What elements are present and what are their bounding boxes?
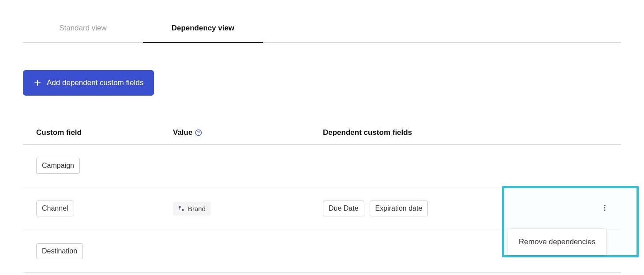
header-dependent: Dependent custom fields [323, 128, 621, 137]
tab-standard-view[interactable]: Standard view [23, 18, 143, 42]
table-header-row: Custom field Value Dependent custom fiel… [23, 123, 621, 145]
plus-icon [34, 79, 41, 87]
dependent-field-tag[interactable]: Due Date [323, 201, 364, 216]
tab-dependency-view[interactable]: Dependency view [143, 18, 263, 42]
table-row: Campaign [23, 145, 621, 187]
more-vertical-icon [601, 204, 609, 212]
add-button-label: Add dependent custom fields [47, 78, 143, 87]
row-actions-menu: Remove dependencies [508, 229, 606, 255]
custom-field-tag[interactable]: Destination [36, 243, 83, 259]
table-row: Channel Brand Due Date Expiration date [23, 187, 621, 230]
dependent-field-tag[interactable]: Expiration date [370, 201, 428, 216]
custom-field-tag[interactable]: Channel [36, 201, 74, 216]
svg-point-7 [604, 207, 606, 208]
svg-rect-5 [182, 209, 184, 211]
view-tabs: Standard view Dependency view [23, 18, 621, 43]
value-tag-label: Brand [188, 205, 206, 212]
svg-point-8 [604, 209, 606, 211]
value-tag[interactable]: Brand [173, 202, 211, 216]
header-value: Value [173, 128, 323, 137]
remove-dependencies-menu-item[interactable]: Remove dependencies [519, 238, 595, 246]
help-circle-icon[interactable] [195, 129, 202, 136]
svg-rect-4 [179, 206, 181, 208]
custom-field-tag[interactable]: Campaign [36, 158, 80, 174]
header-custom-field: Custom field [36, 128, 173, 137]
row-actions-button[interactable] [597, 201, 612, 217]
svg-point-6 [604, 205, 606, 206]
header-value-text: Value [173, 128, 192, 137]
hierarchy-icon [178, 205, 184, 212]
add-dependent-custom-fields-button[interactable]: Add dependent custom fields [23, 70, 154, 96]
dependency-table: Custom field Value Dependent custom fiel… [23, 123, 621, 273]
